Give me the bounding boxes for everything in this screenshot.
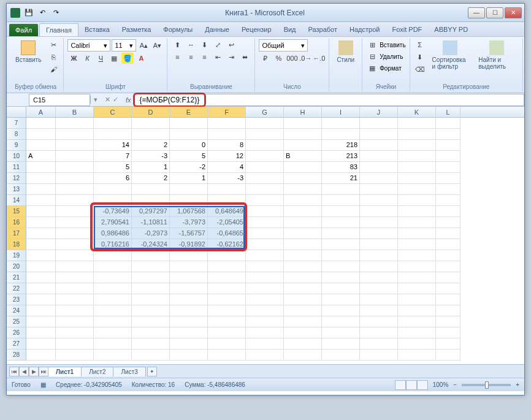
cell-K8[interactable] — [398, 129, 436, 140]
styles-button[interactable]: Стили — [333, 39, 358, 64]
cell-G9[interactable] — [246, 140, 284, 151]
cell-K20[interactable] — [398, 261, 436, 272]
cell-J27[interactable] — [360, 338, 398, 349]
sheet-nav-last[interactable]: ⏭ — [39, 367, 48, 376]
cell-K26[interactable] — [398, 327, 436, 338]
cell-H22[interactable] — [284, 283, 322, 294]
cell-A19[interactable] — [26, 250, 56, 261]
cell-H19[interactable] — [284, 250, 322, 261]
row-header-28[interactable]: 28 — [7, 349, 26, 361]
cell-J23[interactable] — [360, 294, 398, 305]
cell-L14[interactable] — [436, 195, 460, 206]
format-painter-button[interactable]: 🖌 — [47, 64, 59, 75]
cell-F15[interactable]: 0,648649 — [208, 206, 246, 217]
cell-L20[interactable] — [436, 261, 460, 272]
cell-I17[interactable] — [322, 228, 360, 239]
cell-E17[interactable]: -1,56757 — [170, 228, 208, 239]
cell-L13[interactable] — [436, 184, 460, 195]
cell-I25[interactable] — [322, 316, 360, 327]
formula-input[interactable]: {=МОБР(C9:F12)} — [134, 94, 524, 106]
cell-K28[interactable] — [398, 349, 436, 361]
cells-area[interactable]: 14208218А7-3512В21351-2483621-321-0,7364… — [26, 118, 524, 361]
cell-L21[interactable] — [436, 272, 460, 283]
cell-C15[interactable]: -0,73649 — [94, 206, 132, 217]
row-header-8[interactable]: 8 — [7, 129, 26, 140]
cell-I23[interactable] — [322, 294, 360, 305]
cell-B19[interactable] — [56, 250, 94, 261]
cell-I28[interactable] — [322, 349, 360, 361]
page-break-view-button[interactable] — [417, 380, 428, 390]
cell-E25[interactable] — [170, 316, 208, 327]
cell-I26[interactable] — [322, 327, 360, 338]
merge-button[interactable]: ⬌ — [239, 52, 251, 63]
select-all-button[interactable] — [7, 107, 26, 117]
cell-E20[interactable] — [170, 261, 208, 272]
row-header-19[interactable]: 19 — [7, 250, 26, 261]
cell-G15[interactable] — [246, 206, 284, 217]
cell-L19[interactable] — [436, 250, 460, 261]
cell-A18[interactable] — [26, 239, 56, 250]
font-color-button[interactable]: А — [135, 53, 147, 64]
cell-H18[interactable] — [284, 239, 322, 250]
cell-K17[interactable] — [398, 228, 436, 239]
cell-J22[interactable] — [360, 283, 398, 294]
format-cells-button[interactable]: ▦ — [366, 63, 378, 74]
cell-G8[interactable] — [246, 129, 284, 140]
save-button[interactable]: 💾 — [23, 7, 35, 19]
cell-A7[interactable] — [26, 118, 56, 129]
row-header-20[interactable]: 20 — [7, 261, 26, 272]
cell-I27[interactable] — [322, 338, 360, 349]
cell-E26[interactable] — [170, 327, 208, 338]
cell-K23[interactable] — [398, 294, 436, 305]
cell-C27[interactable] — [94, 338, 132, 349]
cell-E23[interactable] — [170, 294, 208, 305]
cell-B18[interactable] — [56, 239, 94, 250]
cell-A12[interactable] — [26, 173, 56, 184]
tab-вид[interactable]: Вид — [278, 23, 302, 36]
row-header-15[interactable]: 15 — [7, 206, 26, 217]
wrap-text-button[interactable]: ↩ — [225, 39, 237, 50]
cell-G7[interactable] — [246, 118, 284, 129]
cell-A27[interactable] — [26, 338, 56, 349]
cell-G24[interactable] — [246, 305, 284, 316]
cell-B9[interactable] — [56, 140, 94, 151]
cell-L22[interactable] — [436, 283, 460, 294]
cell-E22[interactable] — [170, 283, 208, 294]
cell-I21[interactable] — [322, 272, 360, 283]
cell-J25[interactable] — [360, 316, 398, 327]
autosum-button[interactable]: Σ — [414, 39, 426, 50]
cell-I9[interactable]: 218 — [322, 140, 360, 151]
cell-E15[interactable]: 1,067568 — [170, 206, 208, 217]
cell-A16[interactable] — [26, 217, 56, 228]
cell-J17[interactable] — [360, 228, 398, 239]
font-size-dropdown[interactable]: 11▾ — [112, 39, 136, 52]
redo-button[interactable]: ↷ — [50, 7, 62, 19]
cell-J26[interactable] — [360, 327, 398, 338]
cell-A8[interactable] — [26, 129, 56, 140]
cell-F8[interactable] — [208, 129, 246, 140]
col-header-C[interactable]: C — [94, 107, 132, 117]
cell-A25[interactable] — [26, 316, 56, 327]
cell-I16[interactable] — [322, 217, 360, 228]
cell-D11[interactable]: 1 — [132, 162, 170, 173]
tab-формулы[interactable]: Формулы — [157, 23, 199, 36]
cell-A15[interactable] — [26, 206, 56, 217]
cell-L24[interactable] — [436, 305, 460, 316]
cell-K16[interactable] — [398, 217, 436, 228]
cell-G17[interactable] — [246, 228, 284, 239]
cell-K11[interactable] — [398, 162, 436, 173]
cell-A24[interactable] — [26, 305, 56, 316]
tab-abbyy pd[interactable]: ABBYY PD — [428, 23, 474, 36]
row-header-17[interactable]: 17 — [7, 228, 26, 239]
cell-I14[interactable] — [322, 195, 360, 206]
cell-K25[interactable] — [398, 316, 436, 327]
shrink-font-button[interactable]: A▾ — [151, 40, 163, 51]
cell-A22[interactable] — [26, 283, 56, 294]
increase-indent-button[interactable]: ⇥ — [225, 52, 237, 63]
cell-K22[interactable] — [398, 283, 436, 294]
cell-C26[interactable] — [94, 327, 132, 338]
decrease-indent-button[interactable]: ⇤ — [212, 52, 224, 63]
col-header-A[interactable]: A — [26, 107, 56, 117]
cell-B13[interactable] — [56, 184, 94, 195]
font-name-dropdown[interactable]: Calibri▾ — [67, 39, 110, 52]
